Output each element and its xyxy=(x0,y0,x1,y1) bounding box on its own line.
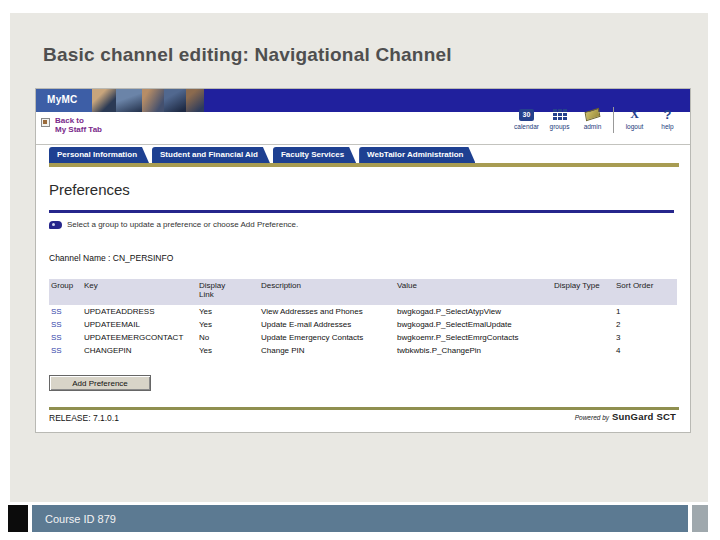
groups-label: groups xyxy=(543,123,576,130)
admin-icon xyxy=(585,108,601,122)
powered-by: Powered bySunGard SCT xyxy=(575,411,676,422)
icon-bar-divider xyxy=(613,107,614,133)
table-row: SS UPDATEADDRESS Yes View Addresses and … xyxy=(49,305,677,318)
sort-order-cell: 4 xyxy=(614,344,677,357)
col-header-display-type: Display Type xyxy=(552,279,614,305)
portal-screenshot: MyMC Back toMy Staff Tab 30 calendar gro… xyxy=(35,88,691,433)
heading-rule xyxy=(49,210,674,213)
banner-photo-collage xyxy=(142,89,164,112)
admin-label: admin xyxy=(576,123,609,130)
tab-personal-information[interactable]: Personal Information xyxy=(49,147,149,163)
group-link[interactable]: SS xyxy=(49,331,82,344)
help-label: help xyxy=(651,123,684,130)
col-header-description: Description xyxy=(259,279,395,305)
instruction-text: Select a group to update a preference or… xyxy=(67,220,298,229)
tab-student-financial-aid[interactable]: Student and Financial Aid xyxy=(152,147,270,163)
group-link[interactable]: SS xyxy=(49,305,82,318)
logout-label: logout xyxy=(618,123,651,130)
back-icon xyxy=(41,118,50,127)
footer-gray-square xyxy=(692,505,708,532)
sungard-sct-logo: SunGard SCT xyxy=(612,411,676,422)
slide: Basic channel editing: Navigational Chan… xyxy=(0,0,720,540)
display-type-cell xyxy=(552,305,614,318)
value-cell: bwgkogad.P_SelectAtypView xyxy=(395,305,552,318)
brand-area: MyMC xyxy=(36,89,204,112)
value-cell: bwgkoemr.P_SelectEmrgContacts xyxy=(395,331,552,344)
slide-title: Basic channel editing: Navigational Chan… xyxy=(43,44,452,66)
tab-underline-bar xyxy=(49,163,679,167)
calendar-button[interactable]: 30 calendar xyxy=(510,107,543,130)
col-header-display-link: Display Link xyxy=(197,279,259,305)
key-cell: UPDATEEMERGCONTACT xyxy=(82,331,197,344)
course-id: Course ID 879 xyxy=(45,513,116,525)
sort-order-cell: 3 xyxy=(614,331,677,344)
back-link-line1: Back to xyxy=(55,116,84,125)
channel-name-value: CN_PERSINFO xyxy=(113,253,173,263)
banner-photo-collage xyxy=(164,89,186,112)
release-version: RELEASE: 7.1.0.1 xyxy=(49,413,119,423)
powered-by-prefix: Powered by xyxy=(575,414,609,421)
back-to-staff-tab-link[interactable]: Back toMy Staff Tab xyxy=(41,116,102,134)
groups-icon xyxy=(553,109,567,120)
table-header-row: Group Key Display Link Description Value… xyxy=(49,279,677,305)
footer-bar: Course ID 879 xyxy=(32,505,688,532)
description-cell: View Addresses and Phones xyxy=(259,305,395,318)
description-cell: Update Emergency Contacts xyxy=(259,331,395,344)
description-cell: Update E-mail Addresses xyxy=(259,318,395,331)
banner-photo-collage xyxy=(186,89,204,112)
display-type-cell xyxy=(552,318,614,331)
tab-faculty-services[interactable]: Faculty Services xyxy=(273,147,356,163)
banner-photo-collage xyxy=(92,89,116,112)
instruction-row: Select a group to update a preference or… xyxy=(49,220,298,229)
back-link-label[interactable]: Back toMy Staff Tab xyxy=(55,116,102,134)
value-cell: twbkwbis.P_ChangePin xyxy=(395,344,552,357)
group-link[interactable]: SS xyxy=(49,344,82,357)
sort-order-cell: 1 xyxy=(614,305,677,318)
header-separator xyxy=(36,144,690,145)
key-cell: UPDATEADDRESS xyxy=(82,305,197,318)
col-header-key: Key xyxy=(82,279,197,305)
back-link-line2: My Staff Tab xyxy=(55,125,102,134)
logout-icon: X xyxy=(630,107,639,122)
description-cell: Change PIN xyxy=(259,344,395,357)
footer-rule xyxy=(49,407,679,410)
admin-button[interactable]: admin xyxy=(576,107,609,130)
banner-photo-collage xyxy=(116,89,142,112)
display-type-cell xyxy=(552,331,614,344)
header-icon-bar: 30 calendar groups admin X logout ? help xyxy=(510,107,684,133)
col-header-group: Group xyxy=(49,279,82,305)
display-type-cell xyxy=(552,344,614,357)
value-cell: bwgkogad.P_SelectEmalUpdate xyxy=(395,318,552,331)
channel-name-label: Channel Name : xyxy=(49,253,110,263)
help-icon: ? xyxy=(664,107,672,122)
table-row: SS UPDATEEMAIL Yes Update E-mail Address… xyxy=(49,318,677,331)
channel-name-line: Channel Name : CN_PERSINFO xyxy=(49,253,173,263)
table-row: SS UPDATEEMERGCONTACT No Update Emergenc… xyxy=(49,331,677,344)
display-link-cell: Yes xyxy=(197,305,259,318)
logout-button[interactable]: X logout xyxy=(618,107,651,130)
tab-webtailor-administration[interactable]: WebTailor Administration xyxy=(359,147,475,163)
table-row: SS CHANGEPIN Yes Change PIN twbkwbis.P_C… xyxy=(49,344,677,357)
col-header-sort-order: Sort Order xyxy=(614,279,677,305)
display-link-cell: No xyxy=(197,331,259,344)
sort-order-cell: 2 xyxy=(614,318,677,331)
footer-black-square xyxy=(8,505,28,532)
help-button[interactable]: ? help xyxy=(651,107,684,130)
group-link[interactable]: SS xyxy=(49,318,82,331)
calendar-label: calendar xyxy=(510,123,543,130)
groups-button[interactable]: groups xyxy=(543,107,576,130)
info-bubble-icon xyxy=(49,221,62,229)
display-link-cell: Yes xyxy=(197,344,259,357)
key-cell: UPDATEEMAIL xyxy=(82,318,197,331)
key-cell: CHANGEPIN xyxy=(82,344,197,357)
col-header-value: Value xyxy=(395,279,552,305)
add-preference-button[interactable]: Add Preference xyxy=(49,375,151,391)
calendar-icon: 30 xyxy=(519,109,534,121)
display-link-cell: Yes xyxy=(197,318,259,331)
preferences-table: Group Key Display Link Description Value… xyxy=(49,279,677,357)
nav-tab-bar: Personal Information Student and Financi… xyxy=(49,147,478,163)
page-title: Preferences xyxy=(49,181,130,198)
brand-logo-text: MyMC xyxy=(47,94,78,105)
